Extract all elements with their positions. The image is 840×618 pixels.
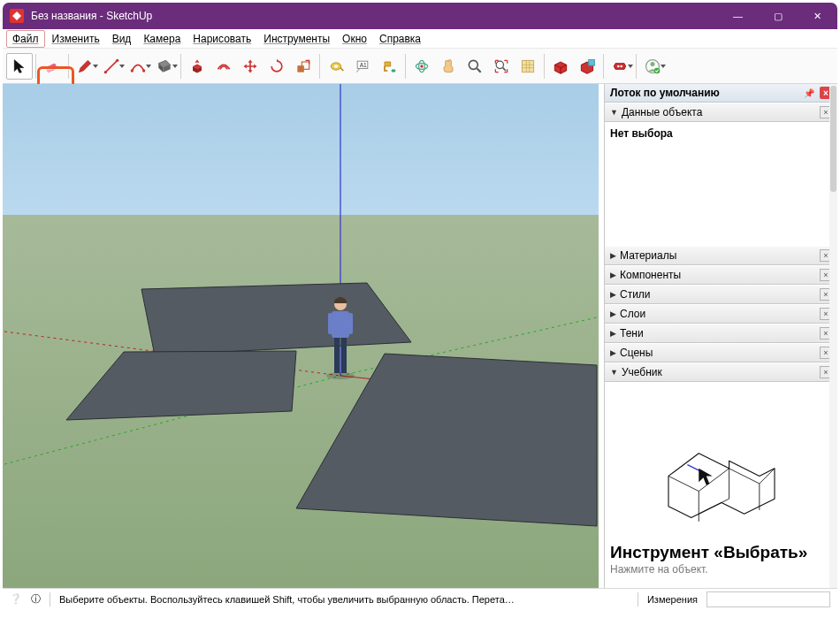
svg-point-15 <box>392 69 396 72</box>
instructor-hint: Нажмите на объект. <box>610 563 708 576</box>
zoom-extents-tool-button[interactable] <box>488 53 515 80</box>
titlebar: Без названия - SketchUp — ▢ ✕ <box>3 3 837 29</box>
section-styles[interactable]: ▶Стили× <box>605 285 837 304</box>
svg-point-38 <box>326 372 355 379</box>
rotate-tool-button[interactable] <box>263 53 290 80</box>
rectangle-tool-button[interactable] <box>151 53 178 80</box>
pin-icon[interactable]: 📌 <box>804 88 814 98</box>
menu-help[interactable]: Справка <box>374 31 426 47</box>
svg-rect-40 <box>341 336 347 373</box>
minimize-button[interactable]: — <box>718 3 758 29</box>
section-scenes[interactable]: ▶Сцены× <box>605 343 837 362</box>
svg-marker-35 <box>141 283 411 355</box>
svg-rect-39 <box>334 336 340 373</box>
svg-point-3 <box>104 71 107 73</box>
pushpull-tool-button[interactable] <box>184 53 210 80</box>
entity-info-content: Нет выбора <box>605 122 837 246</box>
svg-point-21 <box>496 61 503 68</box>
svg-text:A1: A1 <box>360 61 367 67</box>
svg-rect-42 <box>328 313 332 334</box>
text-tool-button[interactable]: A1 <box>349 53 376 80</box>
menu-file[interactable]: Файл <box>6 30 45 48</box>
section-layers[interactable]: ▶Слои× <box>605 304 837 324</box>
svg-line-14 <box>356 68 359 72</box>
section-instructor[interactable]: ▼Учебник× <box>605 362 837 382</box>
no-selection-label: Нет выбора <box>610 127 673 140</box>
3dwarehouse-get-button[interactable] <box>547 53 574 80</box>
section-shadows[interactable]: ▶Тени× <box>605 324 837 343</box>
statusbar: ❔ ⓘ Выберите объекты. Воспользуйтесь кла… <box>3 588 837 609</box>
orbit-tool-button[interactable] <box>409 53 435 80</box>
offset-tool-button[interactable] <box>210 53 237 80</box>
svg-point-28 <box>651 62 655 66</box>
measurements-input[interactable] <box>706 591 830 607</box>
pan-tool-button[interactable] <box>435 53 462 80</box>
app-icon <box>10 9 24 23</box>
svg-line-11 <box>340 67 343 70</box>
move-tool-button[interactable] <box>237 53 263 80</box>
3dwarehouse-send-button[interactable] <box>574 53 600 80</box>
svg-line-22 <box>503 67 506 70</box>
svg-point-5 <box>131 69 134 72</box>
extensions-button[interactable] <box>607 53 633 80</box>
close-button[interactable]: ✕ <box>798 3 837 29</box>
instructor-title: Инструмент «Выбрать» <box>610 544 807 561</box>
svg-line-2 <box>105 60 117 72</box>
add-location-button[interactable] <box>515 53 541 80</box>
section-components[interactable]: ▶Компоненты× <box>605 265 837 285</box>
section-entity-info[interactable]: ▼Данные объекта× <box>605 103 837 122</box>
menu-tools[interactable]: Инструменты <box>258 31 335 47</box>
svg-point-10 <box>334 65 339 67</box>
svg-marker-36 <box>66 351 296 420</box>
svg-rect-41 <box>332 311 349 338</box>
menu-window[interactable]: Окно <box>337 31 372 47</box>
svg-rect-24 <box>589 59 595 65</box>
status-hint: Выберите объекты. Воспользуйтесь клавише… <box>59 594 629 605</box>
svg-rect-43 <box>348 313 353 334</box>
measurements-label: Измерения <box>647 594 698 605</box>
menubar: Файл Изменить Вид Камера Нарисовать Инст… <box>3 29 837 49</box>
tape-tool-button[interactable] <box>323 53 349 80</box>
svg-line-20 <box>477 68 481 72</box>
svg-marker-37 <box>296 354 597 526</box>
instructor-content: Инструмент «Выбрать» Нажмите на объект. <box>605 382 837 588</box>
svg-point-19 <box>469 60 477 69</box>
svg-rect-23 <box>522 60 533 72</box>
menu-camera[interactable]: Камера <box>138 31 186 47</box>
scale-tool-button[interactable] <box>290 53 317 80</box>
instructor-illustration <box>642 431 801 537</box>
window-title: Без названия - SketchUp <box>31 10 718 22</box>
zoom-tool-button[interactable] <box>462 53 488 80</box>
paint-tool-button[interactable] <box>376 53 402 80</box>
select-tool-button[interactable] <box>6 53 33 80</box>
tray-scrollbar[interactable] <box>829 84 837 588</box>
svg-point-26 <box>620 65 622 67</box>
menu-view[interactable]: Вид <box>107 31 137 47</box>
svg-point-18 <box>420 65 423 67</box>
default-tray: Лоток по умолчанию 📌 × ▼Данные объекта× … <box>604 84 837 588</box>
menu-draw[interactable]: Нарисовать <box>187 31 256 47</box>
tray-title-label: Лоток по умолчанию <box>610 87 720 99</box>
toolbar: A1 <box>3 49 837 84</box>
svg-point-25 <box>617 65 620 67</box>
help-icon[interactable]: ❔ <box>10 593 22 605</box>
line-tool-button[interactable] <box>98 53 125 80</box>
user-button[interactable] <box>639 53 666 80</box>
viewport-3d[interactable] <box>3 84 604 588</box>
tray-title[interactable]: Лоток по умолчанию 📌 × <box>605 84 837 103</box>
eraser-tool-button[interactable] <box>39 53 65 80</box>
menu-edit[interactable]: Изменить <box>47 31 105 47</box>
arc-tool-button[interactable] <box>125 53 151 80</box>
section-materials[interactable]: ▶Материалы× <box>605 246 837 265</box>
info-icon[interactable]: ⓘ <box>31 592 41 606</box>
pencil-tool-button[interactable] <box>72 53 98 80</box>
maximize-button[interactable]: ▢ <box>758 3 798 29</box>
